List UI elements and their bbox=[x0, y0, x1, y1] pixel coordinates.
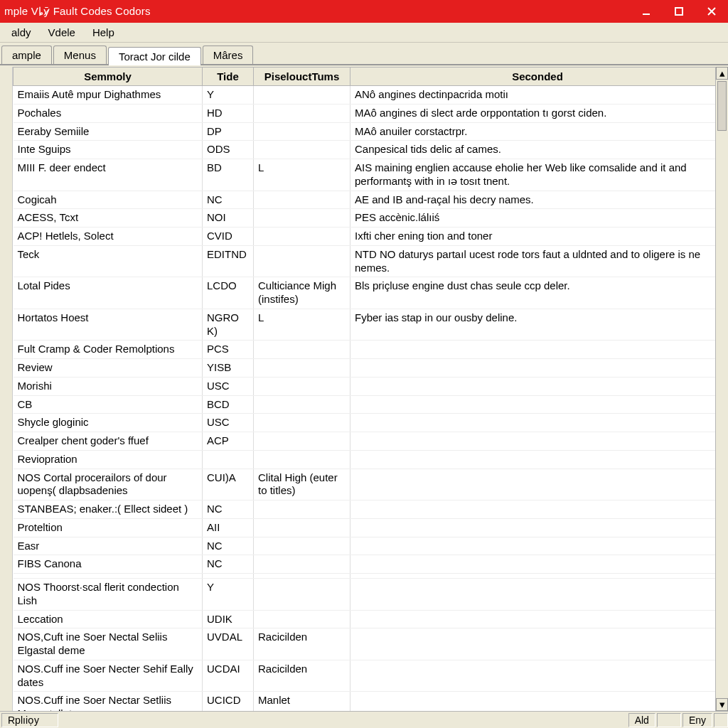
cell-pse[interactable] bbox=[254, 610, 350, 628]
cell-sem[interactable]: NOS.Cuff ine Soer Necter Sehif Eally dat… bbox=[14, 660, 203, 692]
table-row[interactable]: Crealper chent goder's ffuefACP bbox=[14, 432, 725, 451]
cell-pse[interactable] bbox=[254, 579, 350, 611]
table-row[interactable]: EasrNC bbox=[14, 537, 725, 555]
table-row[interactable]: Emaiis Autê mpur DighathmesYANô angines … bbox=[14, 86, 725, 105]
cell-sem[interactable]: ACESS, Tcxt bbox=[14, 209, 203, 228]
cell-sem[interactable]: NOS Thoorst·scal flerit condection Lish bbox=[14, 579, 203, 611]
cell-sem[interactable]: Morishi bbox=[14, 377, 203, 395]
cell-tide[interactable]: EDITND bbox=[203, 245, 254, 277]
cell-pse[interactable] bbox=[254, 414, 350, 432]
table-row[interactable]: MIII F. deer endectBDLAIS maining englie… bbox=[14, 159, 725, 191]
table-row[interactable]: ReviewYISB bbox=[14, 359, 725, 378]
cell-tide[interactable]: HD bbox=[203, 104, 254, 122]
cell-tide[interactable]: PCS bbox=[203, 341, 254, 359]
cell-pse[interactable] bbox=[254, 122, 350, 141]
cell-sem[interactable]: NOS.Cuff ine Soer Nectar Setliis Megesto… bbox=[14, 692, 203, 711]
table-row[interactable]: LeccationUDIK bbox=[14, 610, 725, 628]
cell-sem[interactable]: Shycle gloginic bbox=[14, 414, 203, 432]
cell-pse[interactable] bbox=[254, 104, 350, 122]
cell-sec[interactable]: NTD NO daturys partaıl ucest rode tors f… bbox=[350, 245, 725, 277]
cell-sem[interactable]: NOS,Cuft ine Soer Nectal Seliis Elgastal… bbox=[14, 628, 203, 660]
table-row[interactable]: CogicahNCAE and IB and-raçal his decry n… bbox=[14, 191, 725, 209]
cell-sec[interactable]: Canpesical tids delic af cames. bbox=[350, 141, 725, 159]
table-row[interactable]: MorishiUSC bbox=[14, 377, 725, 395]
cell-sem[interactable]: Proteltion bbox=[14, 518, 203, 537]
table-row[interactable]: NOS Cortal procerailors of dour uopenş( … bbox=[14, 469, 725, 500]
col-header-pse[interactable]: PiselouctTums bbox=[254, 68, 350, 86]
table-row[interactable]: NOS,Cuft ine Soer Nectal Seliis Elgastal… bbox=[14, 628, 725, 660]
cell-sem[interactable]: FIBS Canona bbox=[14, 555, 203, 574]
cell-tide[interactable]: BD bbox=[203, 159, 254, 191]
scroll-down-button[interactable]: ▾ bbox=[716, 698, 728, 711]
cell-sec[interactable]: PES accènic.lálıiś bbox=[350, 209, 725, 228]
col-header-tide[interactable]: Tide bbox=[203, 68, 254, 86]
close-button[interactable] bbox=[695, 1, 728, 21]
table-row[interactable]: CBBCD bbox=[14, 395, 725, 414]
cell-pse[interactable] bbox=[254, 359, 350, 378]
cell-tide[interactable]: LCDO bbox=[203, 277, 254, 309]
cell-pse[interactable] bbox=[254, 432, 350, 451]
table-row[interactable]: ACP! Hetlels, SolectCVIDIxfti cher ening… bbox=[14, 228, 725, 246]
cell-sem[interactable]: Eeraby Semiile bbox=[14, 122, 203, 141]
cell-sec[interactable] bbox=[350, 555, 725, 574]
cell-sec[interactable]: Ixfti cher ening tion and toner bbox=[350, 228, 725, 246]
cell-tide[interactable]: AII bbox=[203, 518, 254, 537]
cell-pse[interactable] bbox=[254, 518, 350, 537]
cell-tide[interactable]: USC bbox=[203, 414, 254, 432]
cell-tide[interactable]: CUI)A bbox=[203, 469, 254, 500]
cell-tide[interactable]: NGRO K) bbox=[203, 309, 254, 341]
cell-sec[interactable]: MAô angines di slect arde orppontation t… bbox=[350, 104, 725, 122]
cell-sem[interactable]: Inte Sguips bbox=[14, 141, 203, 159]
cell-sem[interactable] bbox=[14, 574, 203, 579]
cell-sem[interactable]: Crealper chent goder's ffuef bbox=[14, 432, 203, 451]
tab-2[interactable]: Toract Jor cilde bbox=[108, 47, 201, 65]
cell-tide[interactable] bbox=[203, 574, 254, 579]
cell-tide[interactable]: NOI bbox=[203, 209, 254, 228]
cell-sec[interactable] bbox=[350, 341, 725, 359]
cell-pse[interactable] bbox=[254, 555, 350, 574]
cell-tide[interactable]: YISB bbox=[203, 359, 254, 378]
cell-tide[interactable]: NC bbox=[203, 191, 254, 209]
cell-pse[interactable] bbox=[254, 574, 350, 579]
table-row[interactable]: Lotal PidesLCDOCulticiance Migh (instife… bbox=[14, 277, 725, 309]
cell-sec[interactable]: AE and IB and-raçal his decry names. bbox=[350, 191, 725, 209]
tab-0[interactable]: ample bbox=[1, 46, 52, 64]
cell-sec[interactable] bbox=[350, 579, 725, 611]
maximize-button[interactable] bbox=[663, 1, 695, 21]
cell-sem[interactable]: Hortatos Hoest bbox=[14, 309, 203, 341]
minimize-button[interactable] bbox=[630, 1, 663, 21]
cell-sem[interactable]: Reviopration bbox=[14, 450, 203, 469]
cell-sec[interactable] bbox=[350, 518, 725, 537]
menu-item-2[interactable]: Help bbox=[84, 23, 123, 41]
cell-pse[interactable] bbox=[254, 141, 350, 159]
cell-sec[interactable] bbox=[350, 692, 725, 711]
cell-sec[interactable] bbox=[350, 469, 725, 500]
table-row[interactable]: STANBEAS; enaker.:( Ellect sideet )NC bbox=[14, 500, 725, 519]
cell-sem[interactable]: Teck bbox=[14, 245, 203, 277]
cell-pse[interactable]: L bbox=[254, 159, 350, 191]
table-row[interactable]: Shycle gloginicUSC bbox=[14, 414, 725, 432]
cell-pse[interactable]: Clital High (euter to titles) bbox=[254, 469, 350, 500]
cell-pse[interactable] bbox=[254, 377, 350, 395]
vertical-scrollbar[interactable]: ▴ ▾ bbox=[715, 67, 728, 711]
table-row[interactable]: FIBS CanonaNC bbox=[14, 555, 725, 574]
cell-pse[interactable]: L bbox=[254, 309, 350, 341]
cell-tide[interactable] bbox=[203, 450, 254, 469]
tab-3[interactable]: Mâres bbox=[203, 46, 254, 64]
cell-pse[interactable] bbox=[254, 500, 350, 519]
cell-sem[interactable]: Cogicah bbox=[14, 191, 203, 209]
table-row[interactable]: Fult Cramp & Coder RemolptionsPCS bbox=[14, 341, 725, 359]
scroll-track[interactable] bbox=[716, 80, 728, 698]
tab-1[interactable]: Menus bbox=[53, 46, 107, 64]
cell-pse[interactable] bbox=[254, 341, 350, 359]
cell-tide[interactable]: DP bbox=[203, 122, 254, 141]
cell-sem[interactable]: Emaiis Autê mpur Dighathmes bbox=[14, 86, 203, 105]
cell-tide[interactable]: NC bbox=[203, 537, 254, 555]
cell-tide[interactable]: Y bbox=[203, 579, 254, 611]
col-header-seconded[interactable]: Seconded bbox=[350, 68, 725, 86]
cell-sem[interactable]: Pochales bbox=[14, 104, 203, 122]
cell-tide[interactable]: CVID bbox=[203, 228, 254, 246]
cell-sem[interactable]: Fult Cramp & Coder Remolptions bbox=[14, 341, 203, 359]
cell-tide[interactable]: NC bbox=[203, 555, 254, 574]
menu-item-0[interactable]: aldy bbox=[3, 23, 40, 41]
